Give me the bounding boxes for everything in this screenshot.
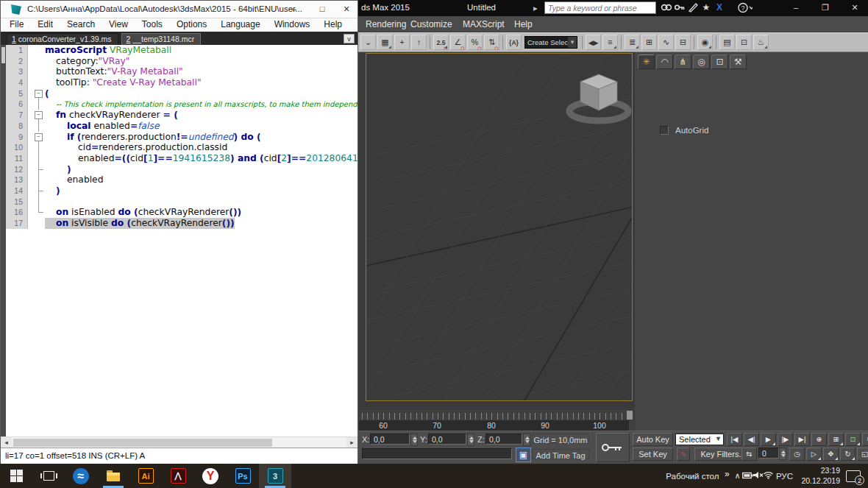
editor-maximize-button[interactable]: □: [310, 1, 335, 18]
render-production-icon[interactable]: ♨: [753, 35, 769, 50]
a360-icon[interactable]: X: [713, 2, 726, 14]
editor-menu-options[interactable]: Options: [177, 18, 207, 32]
max-menu-customize[interactable]: Customize: [410, 19, 452, 29]
yandex-browser-taskbar-button[interactable]: Y: [194, 464, 227, 488]
max-menu-maxscript[interactable]: MAXScript: [463, 19, 505, 29]
fold-margin[interactable]: [33, 174, 45, 185]
file-explorer-taskbar-button[interactable]: [97, 464, 129, 488]
coord-system-chevron-icon[interactable]: ⌄: [360, 35, 376, 50]
fold-margin[interactable]: [33, 66, 45, 77]
action-center-icon[interactable]: 2: [846, 470, 861, 482]
zoom-extents-all-icon[interactable]: ⧉: [862, 433, 868, 446]
tab-hierarchy[interactable]: ⋔: [675, 54, 691, 69]
max-close-button[interactable]: ✕: [842, 0, 867, 15]
search-input[interactable]: [544, 1, 656, 14]
3ds-max-taskbar-button[interactable]: 3: [259, 464, 291, 488]
fold-margin[interactable]: [33, 121, 45, 132]
editor-menu-view[interactable]: View: [109, 18, 128, 32]
code-line[interactable]: 1macroScript VRayMetaball: [1, 45, 357, 56]
fold-margin[interactable]: [33, 164, 45, 175]
code-line[interactable]: 2category:"VRay": [1, 56, 357, 67]
selection-set-dropdown[interactable]: Selected▼: [675, 434, 724, 445]
layer-manager-icon[interactable]: ≣: [625, 35, 640, 50]
acrobat-taskbar-button[interactable]: ⋀: [162, 464, 194, 488]
editor-menu-search[interactable]: Search: [67, 18, 95, 32]
zoom-all-icon[interactable]: ⊞: [828, 433, 844, 446]
zoom-extents-icon[interactable]: ⊡: [845, 433, 861, 446]
fold-margin[interactable]: [33, 45, 45, 56]
key-icon[interactable]: [673, 2, 686, 14]
perspective-viewport[interactable]: [366, 53, 633, 401]
code-line[interactable]: 9−if (renderers.production!=undefined) d…: [1, 132, 357, 143]
fold-margin[interactable]: [33, 197, 45, 208]
pan-icon[interactable]: ✥: [823, 448, 839, 461]
named-selection-sets-combo[interactable]: Create Selection Se▾: [524, 36, 577, 49]
code-line[interactable]: 14): [1, 185, 357, 197]
zoom-icon[interactable]: ⊕: [811, 433, 827, 446]
hscroll-right-icon[interactable]: ▸: [346, 437, 357, 448]
editor-tab[interactable]: 1coronaConverter_v1.39.ms: [7, 33, 118, 45]
photoshop-taskbar-button[interactable]: Ps: [227, 464, 259, 488]
code-line[interactable]: 7−fn checkVRayRenderer = (: [1, 110, 357, 121]
code-line[interactable]: 12): [1, 164, 357, 175]
render-setup-icon[interactable]: ▤: [719, 35, 735, 50]
illustrator-taskbar-button[interactable]: Ai: [129, 464, 162, 488]
desktop-toolbar-label[interactable]: Рабочий стол: [666, 472, 719, 481]
rendered-frame-window-icon[interactable]: ⊡: [736, 35, 752, 50]
fold-margin[interactable]: [33, 99, 45, 110]
editor-menu-edit[interactable]: Edit: [38, 18, 53, 32]
code-line[interactable]: 13enabled: [1, 174, 357, 185]
play-icon[interactable]: ▶: [761, 433, 776, 446]
code-line[interactable]: 16on isEnabled do (checkVRayRenderer()): [1, 207, 357, 218]
auto-key-button[interactable]: Auto Key: [633, 433, 673, 446]
prev-frame-icon[interactable]: ◀|: [744, 433, 759, 446]
pen-icon[interactable]: [686, 2, 700, 14]
fold-margin[interactable]: [33, 142, 45, 153]
editor-vscroll[interactable]: [1, 45, 6, 436]
code-line[interactable]: 10cid=renderers.production.classid: [1, 142, 357, 153]
openoffice-taskbar-button[interactable]: ≈: [65, 464, 97, 488]
code-area[interactable]: 1macroScript VRayMetaball2category:"VRay…: [1, 45, 357, 436]
toolbar-overflow-icon[interactable]: »: [722, 469, 732, 479]
editor-title-bar[interactable]: C:\Users\Анна\AppData\Local\Autodesk\3ds…: [1, 1, 357, 18]
help-icon[interactable]: ?: [738, 2, 751, 14]
coord-spinner[interactable]: [523, 434, 530, 446]
fold-margin[interactable]: −: [33, 132, 45, 143]
fold-margin[interactable]: −: [33, 110, 45, 121]
tab-create[interactable]: ✳: [638, 54, 655, 69]
code-line[interactable]: 8local enabled=false: [1, 121, 357, 132]
code-line[interactable]: 3buttonText:"V-Ray Metaball": [1, 66, 357, 77]
add-time-tag[interactable]: Add Time Tag: [532, 449, 589, 459]
fold-margin[interactable]: [33, 56, 45, 67]
max-menu-help[interactable]: Help: [514, 19, 533, 29]
tab-modify[interactable]: ◠: [656, 54, 673, 69]
fold-margin[interactable]: [33, 218, 45, 229]
tab-display[interactable]: ⊡: [711, 54, 728, 69]
editor-menu-tools[interactable]: Tools: [142, 18, 163, 32]
editor-close-button[interactable]: ✕: [334, 1, 359, 18]
goto-start-icon[interactable]: |◀: [727, 433, 742, 446]
tab-utilities[interactable]: ⚒: [730, 54, 747, 69]
editor-vscroll-thumb[interactable]: [1, 47, 5, 63]
editor-menu-file[interactable]: File: [10, 18, 24, 32]
search-icon[interactable]: [660, 2, 673, 14]
volume-muted-icon[interactable]: [753, 471, 763, 481]
goto-end-icon[interactable]: ▶|: [794, 433, 810, 446]
editor-menu-help[interactable]: Help: [324, 18, 342, 32]
mirror-icon[interactable]: ◀▶: [586, 35, 601, 50]
coord-spinner[interactable]: [467, 434, 474, 446]
field-of-view-icon[interactable]: ▷: [806, 448, 822, 461]
angle-snap-icon[interactable]: ∠∩: [450, 35, 466, 50]
editor-menu-language[interactable]: Language: [221, 18, 260, 32]
scene-explorer-icon[interactable]: ⊞: [641, 35, 657, 50]
hscroll-left-icon[interactable]: ◂: [1, 437, 12, 448]
frame-spinner[interactable]: [779, 448, 786, 460]
fold-margin[interactable]: [33, 153, 45, 164]
clock[interactable]: 23:19 20.12.2019: [801, 466, 840, 486]
editor-minimize-button[interactable]: –: [282, 1, 307, 18]
snap-toggle-icon[interactable]: 2.5∩: [433, 35, 449, 50]
select-and-manipulate-icon[interactable]: +: [394, 35, 410, 50]
coord-spinner[interactable]: [410, 434, 418, 446]
curve-editor-icon[interactable]: ∿: [658, 35, 674, 50]
editor-hscroll-thumb[interactable]: [13, 439, 272, 447]
